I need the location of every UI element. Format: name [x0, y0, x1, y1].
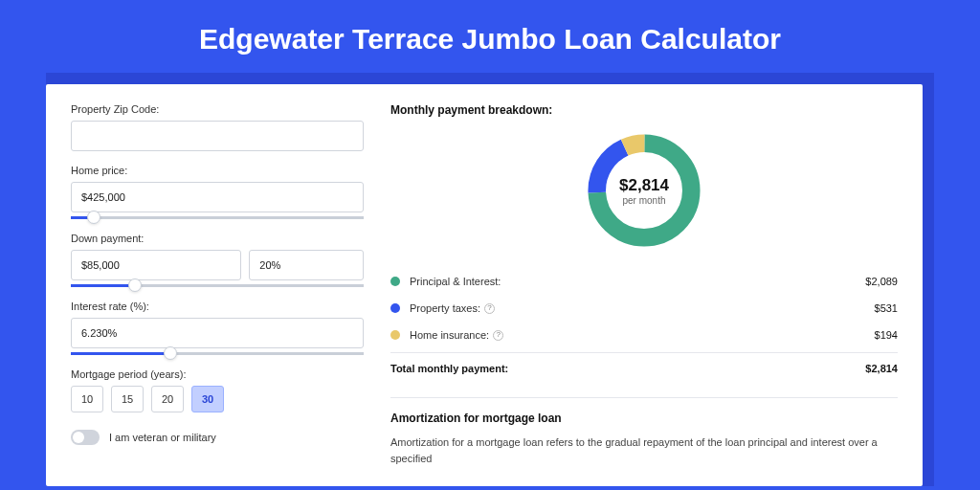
down-payment-percent-input[interactable]: [249, 250, 364, 280]
interest-slider[interactable]: [71, 352, 364, 355]
breakdown-value: $2,089: [865, 276, 898, 287]
breakdown-total-row: Total monthly payment: $2,814: [390, 352, 898, 384]
veteran-label: I am veteran or military: [109, 432, 216, 443]
breakdown-panel: Monthly payment breakdown: $2,814 per mo…: [381, 84, 923, 486]
dot-icon: [390, 303, 400, 313]
dot-icon: [390, 277, 400, 286]
home-price-input[interactable]: [71, 182, 364, 212]
donut-sub: per month: [619, 195, 669, 206]
dot-icon: [390, 330, 400, 340]
home-price-label: Home price:: [71, 165, 364, 176]
amortization-title: Amortization for mortgage loan: [390, 412, 898, 425]
home-price-group: Home price:: [71, 165, 364, 219]
breakdown-row-insurance: Home insurance: ? $194: [390, 322, 898, 348]
breakdown-row-taxes: Property taxes: ? $531: [390, 295, 898, 322]
zip-group: Property Zip Code:: [71, 103, 364, 151]
zip-label: Property Zip Code:: [71, 103, 364, 115]
breakdown-value: $194: [875, 329, 898, 341]
veteran-row: I am veteran or military: [71, 430, 364, 445]
period-option-15[interactable]: 15: [111, 386, 144, 412]
card-shadow: Property Zip Code: Home price: Down paym…: [46, 73, 934, 486]
form-panel: Property Zip Code: Home price: Down paym…: [46, 84, 381, 486]
breakdown-label: Principal & Interest:: [410, 276, 865, 287]
amortization-section: Amortization for mortgage loan Amortizat…: [390, 397, 898, 466]
interest-label: Interest rate (%):: [71, 301, 364, 312]
breakdown-title: Monthly payment breakdown:: [390, 103, 898, 117]
interest-slider-thumb[interactable]: [164, 346, 177, 360]
zip-input[interactable]: [71, 121, 364, 151]
info-icon[interactable]: ?: [484, 303, 495, 314]
down-payment-amount-input[interactable]: [71, 250, 241, 280]
down-payment-label: Down payment:: [71, 233, 364, 244]
period-label: Mortgage period (years):: [71, 368, 364, 380]
breakdown-value: $531: [875, 302, 898, 314]
period-option-30[interactable]: 30: [191, 386, 224, 412]
donut-chart: $2,814 per month: [390, 128, 898, 253]
calculator-card: Property Zip Code: Home price: Down paym…: [46, 84, 923, 486]
total-value: $2,814: [865, 363, 898, 374]
period-group: Mortgage period (years): 10 15 20 30: [71, 368, 364, 412]
interest-group: Interest rate (%):: [71, 301, 364, 355]
home-price-slider-thumb[interactable]: [87, 211, 100, 224]
down-payment-group: Down payment:: [71, 233, 364, 287]
info-icon[interactable]: ?: [493, 330, 503, 341]
home-price-slider[interactable]: [71, 216, 364, 219]
down-payment-slider[interactable]: [71, 284, 364, 287]
period-option-20[interactable]: 20: [151, 386, 184, 412]
veteran-toggle[interactable]: [71, 430, 100, 445]
total-label: Total monthly payment:: [390, 363, 865, 374]
breakdown-row-principal: Principal & Interest: $2,089: [390, 268, 898, 295]
breakdown-label: Property taxes: ?: [410, 302, 875, 314]
breakdown-label: Home insurance: ?: [410, 329, 875, 341]
donut-center: $2,814 per month: [619, 176, 669, 206]
interest-input[interactable]: [71, 318, 364, 348]
donut-amount: $2,814: [619, 176, 669, 195]
down-payment-slider-thumb[interactable]: [128, 278, 142, 292]
veteran-toggle-knob: [73, 432, 84, 443]
period-options: 10 15 20 30: [71, 386, 364, 412]
page-title: Edgewater Terrace Jumbo Loan Calculator: [0, 0, 980, 73]
period-option-10[interactable]: 10: [71, 386, 103, 412]
amortization-text: Amortization for a mortgage loan refers …: [390, 434, 898, 466]
